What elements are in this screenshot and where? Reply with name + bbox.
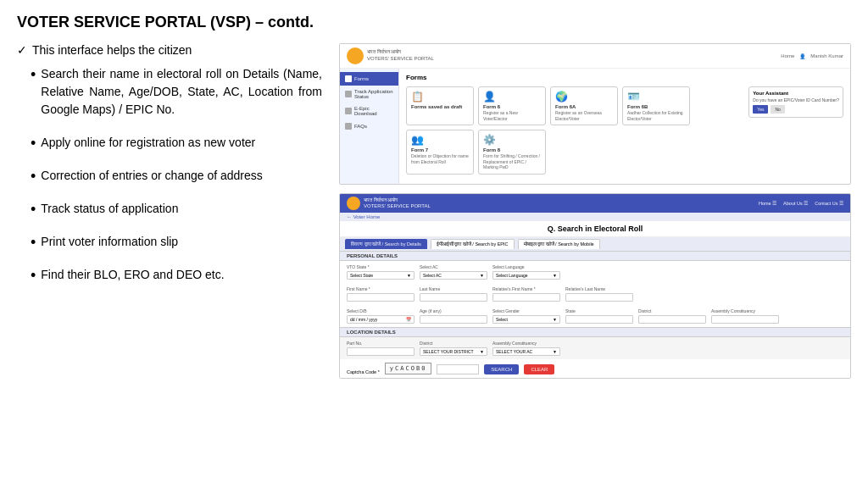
- es-logo-icon: [347, 197, 360, 210]
- es-nav-about[interactable]: About Us ☰: [783, 201, 808, 206]
- list-item: • Search their name in electoral roll on…: [31, 65, 322, 119]
- es-personal-row-1: VTO State * Select State▼ Select AC Sele…: [340, 261, 850, 283]
- es-location-ac-select[interactable]: SELECT YOUR AC▼: [492, 347, 560, 356]
- bullet-text-2: Apply online for registration as new vot…: [41, 134, 255, 152]
- es-personal-row-2: First Name * Last Name Relative's First …: [340, 283, 850, 305]
- form6b-icon: 🪪: [627, 91, 685, 103]
- es-district-label: District: [638, 308, 706, 313]
- es-dob-field: Select D/B dd / mm / yyyy📅: [347, 308, 415, 324]
- card-form6a-desc: Register as an Overseas Elector/Voter: [555, 110, 613, 121]
- es-tabs: विवरण द्वारा खोजें / Search by Details ई…: [340, 237, 850, 251]
- tab-search-by-details[interactable]: विवरण द्वारा खोजें / Search by Details: [345, 239, 427, 249]
- vsp-card-form6b[interactable]: 🪪 Form 6B Aadhar Collection for Existing…: [622, 86, 690, 125]
- es-lastname-input[interactable]: [420, 293, 487, 302]
- sidebar-item-forms[interactable]: Forms: [340, 72, 398, 86]
- es-captcha-row: Captcha Code * yCACOB0 SEARCH CLEAR: [340, 359, 850, 378]
- vsp-body: Forms Track Application Status E-Epic Do…: [340, 69, 850, 184]
- es-rel-lastname-input[interactable]: [565, 293, 633, 302]
- intro-text: This interface helps the citizen: [32, 43, 192, 57]
- es-language-label: Select Language: [492, 264, 560, 269]
- vsp-cards-and-assistant: 📋 Forms saved as draft 👤 Form 6 Register…: [406, 86, 843, 179]
- intro-line: ✓ This interface helps the citizen: [17, 43, 322, 57]
- vsp-cards-row-2: 👥 Form 7 Deletion or Objection for name …: [406, 130, 744, 175]
- sidebar-item-epic[interactable]: E-Epic Download: [340, 103, 398, 119]
- es-state2-input[interactable]: [565, 315, 633, 324]
- card-form7-desc: Deletion or Objection for name from Elec…: [411, 153, 469, 164]
- es-location-ac-field: Assembly Constituency SELECT YOUR AC▼: [492, 341, 560, 356]
- bullet-dot: •: [31, 268, 36, 284]
- es-captcha-input[interactable]: [437, 364, 479, 374]
- card-form6a-label: Form 6A: [555, 104, 613, 109]
- nav-home[interactable]: Home: [781, 53, 794, 58]
- es-dob-select[interactable]: dd / mm / yyyy📅: [347, 315, 415, 324]
- es-location-ac-label: Assembly Constituency: [492, 341, 560, 346]
- vsp-card-form7[interactable]: 👥 Form 7 Deletion or Objection for name …: [406, 130, 474, 175]
- nav-user-icon: 👤: [799, 53, 805, 59]
- checkmark-icon: ✓: [17, 43, 27, 57]
- bullet-dot: •: [31, 136, 36, 152]
- vsp-logo-area: भारत निर्वाचन आयोग VOTERS' SERVICE PORTA…: [347, 47, 434, 64]
- vsp-cards-column: 📋 Forms saved as draft 👤 Form 6 Register…: [406, 86, 744, 179]
- es-location-district-select[interactable]: SELECT YOUR DISTRICT▼: [420, 347, 487, 356]
- vsp-sidebar: Forms Track Application Status E-Epic Do…: [340, 69, 399, 184]
- faqs-icon: [345, 123, 352, 130]
- es-clear-button[interactable]: CLEAR: [524, 364, 554, 374]
- vsp-forms-screenshot: भारत निर्वाचन आयोग VOTERS' SERVICE PORTA…: [339, 43, 851, 185]
- card-form8-label: Form 8: [483, 147, 541, 152]
- es-ac-label: Select AC: [420, 264, 487, 269]
- es-district-input[interactable]: [638, 315, 706, 324]
- es-state2-field: State: [565, 308, 633, 324]
- bullet-dot: •: [31, 202, 36, 218]
- es-state-select[interactable]: Select State▼: [347, 271, 415, 280]
- es-firstname-input[interactable]: [347, 293, 415, 302]
- es-nav-home[interactable]: Home ☰: [759, 201, 776, 206]
- es-location-district-field: District SELECT YOUR DISTRICT▼: [420, 341, 487, 356]
- nav-user-name: Manish Kumar: [810, 53, 843, 58]
- assistant-no-button[interactable]: No: [771, 105, 784, 114]
- es-assembly-input[interactable]: [711, 315, 779, 324]
- vsp-card-form6[interactable]: 👤 Form 6 Register as a New Voter/Elector: [478, 86, 546, 125]
- es-state2-label: State: [565, 308, 633, 313]
- electoral-roll-screenshot: भारत निर्वाचन आयोग VOTERS' SERVICE PORTA…: [339, 193, 851, 379]
- es-captcha-image: yCACOB0: [385, 363, 432, 374]
- es-language-select[interactable]: Select Language▼: [492, 271, 560, 280]
- vsp-logo-icon: [347, 47, 364, 64]
- assistant-yes-button[interactable]: Yes: [753, 105, 768, 114]
- bullet-dot: •: [31, 67, 36, 119]
- es-header-links: Home ☰ About Us ☰ Contact Us ☰: [759, 201, 843, 206]
- es-gender-field: Select Gender Select▼: [492, 308, 560, 324]
- es-gender-select[interactable]: Select▼: [492, 315, 560, 324]
- vsp-main: Forms 📋 Forms saved as draft 👤 Form: [399, 69, 850, 184]
- list-item: • Apply online for registration as new v…: [31, 134, 322, 152]
- list-item: • Track status of application: [31, 200, 322, 218]
- es-firstname-field: First Name *: [347, 286, 415, 302]
- tab-search-by-epic[interactable]: ईपीआईसी द्वारा खोजें / Search by EPIC: [431, 239, 515, 249]
- es-partno-input[interactable]: [347, 347, 415, 356]
- es-ac-select[interactable]: Select AC▼: [420, 271, 487, 280]
- vsp-card-form6a[interactable]: 🌍 Form 6A Register as an Overseas Electo…: [550, 86, 618, 125]
- es-personal-section-label: PERSONAL DETAILS: [340, 251, 850, 261]
- form6-icon: 👤: [483, 91, 541, 103]
- card-draft-label: Forms saved as draft: [411, 104, 469, 109]
- es-header-title: भारत निर्वाचन आयोग VOTERS' SERVICE PORTA…: [364, 197, 431, 208]
- bullet-text-3: Correction of entries or change of addre…: [41, 167, 262, 185]
- assistant-title: Your Assistant: [753, 91, 839, 96]
- es-search-button[interactable]: SEARCH: [484, 364, 519, 374]
- list-item: • Find their BLO, ERO and DEO etc.: [31, 266, 322, 284]
- es-rel-firstname-input[interactable]: [492, 293, 560, 302]
- vsp-forms-title: Forms: [406, 74, 843, 81]
- es-back-link[interactable]: ← Voter Home: [340, 213, 850, 221]
- page-title: VOTER SERVICE PORTAL (VSP) – contd.: [17, 14, 851, 31]
- sidebar-item-track[interactable]: Track Application Status: [340, 86, 398, 103]
- es-personal-row-3: Select D/B dd / mm / yyyy📅 Age (if any) …: [340, 305, 850, 327]
- sidebar-item-faqs[interactable]: FAQs: [340, 119, 398, 133]
- tab-search-by-mobile[interactable]: मोबाइल द्वारा खोजें / Search by Mobile: [518, 239, 600, 249]
- es-nav-contact[interactable]: Contact Us ☰: [815, 201, 843, 206]
- card-form6-label: Form 6: [483, 104, 541, 109]
- vsp-card-draft[interactable]: 📋 Forms saved as draft: [406, 86, 474, 125]
- bullet-text-6: Find their BLO, ERO and DEO etc.: [41, 266, 224, 284]
- es-rel-lastname-field: Relative's Last Name: [565, 286, 633, 302]
- vsp-card-form8[interactable]: ⚙️ Form 8 Form for Shifting / Correction…: [478, 130, 546, 175]
- es-age-input[interactable]: [420, 315, 487, 324]
- bullet-text-4: Track status of application: [41, 200, 178, 218]
